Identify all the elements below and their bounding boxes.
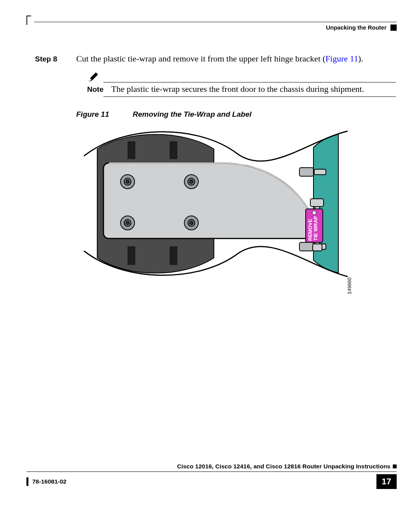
svg-point-11: [190, 180, 193, 183]
crop-mark: [26, 16, 31, 25]
running-header: Unpacking the Router: [326, 24, 397, 31]
note-block: Note The plastic tie-wrap secures the fr…: [76, 72, 396, 97]
header-marker-icon: [390, 25, 397, 31]
page-footer: Cisco 12016, Cisco 12416, and Cisco 1281…: [26, 463, 397, 489]
svg-point-17: [190, 221, 193, 224]
footer-bottom: 78-16081-02 17: [26, 474, 397, 489]
note-row: Note The plastic tie-wrap secures the fr…: [87, 82, 396, 96]
diagram-id: 149690: [346, 277, 352, 294]
svg-point-14: [126, 221, 129, 224]
note-rule-bottom: [103, 96, 396, 97]
pencil-icon: [87, 72, 99, 83]
svg-rect-18: [299, 168, 313, 176]
figure-caption: Figure 11 Removing the Tie-Wrap and Labe…: [76, 110, 396, 119]
svg-rect-19: [314, 169, 326, 175]
footer-rule: [26, 471, 397, 472]
doc-code: 78-16081-02: [32, 478, 66, 485]
step-text: Cut the plastic tie-wrap and remove it f…: [76, 53, 396, 65]
footer-title-row: Cisco 12016, Cisco 12416, and Cisco 1281…: [26, 463, 397, 470]
tie-wrap-diagram: REMOVE TIE WRAP: [82, 126, 350, 289]
page-number: 17: [376, 474, 397, 489]
step-8: Step 8 Cut the plastic tie-wrap and remo…: [35, 53, 396, 65]
svg-rect-2: [128, 141, 135, 159]
footer-marker-icon: [393, 464, 397, 468]
tag-tiewrap-text: TIE WRAP: [313, 216, 318, 241]
figure-cross-reference[interactable]: Figure 11: [326, 54, 358, 63]
svg-rect-3: [170, 141, 177, 159]
remove-tiewrap-tag: REMOVE TIE WRAP: [306, 209, 323, 242]
page-body: Step 8 Cut the plastic tie-wrap and remo…: [35, 53, 396, 289]
note-label: Note: [87, 84, 106, 94]
section-name: Unpacking the Router: [326, 24, 387, 31]
svg-point-8: [126, 180, 129, 183]
figure-title: Removing the Tie-Wrap and Label: [133, 110, 251, 118]
svg-rect-5: [170, 246, 177, 265]
figure-label: Figure 11: [76, 110, 131, 119]
svg-rect-24: [313, 244, 322, 251]
svg-rect-4: [128, 246, 135, 265]
svg-rect-20: [299, 242, 313, 251]
tag-remove-text: REMOVE: [307, 219, 313, 241]
header-rule: [34, 22, 397, 22]
footer-left: 78-16081-02: [26, 477, 66, 486]
svg-point-26: [312, 211, 316, 215]
note-text: The plastic tie-wrap secures the front d…: [111, 84, 396, 94]
step-text-part-a: Cut the plastic tie-wrap and remove it f…: [76, 54, 326, 63]
note-icon-row: [87, 72, 396, 83]
document-page: Unpacking the Router Step 8 Cut the plas…: [0, 0, 420, 510]
step-label: Step 8: [35, 53, 69, 65]
doc-title: Cisco 12016, Cisco 12416, and Cisco 1281…: [177, 463, 390, 470]
step-text-part-b: ).: [358, 54, 363, 63]
footer-bar-icon: [26, 477, 28, 486]
svg-rect-22: [310, 199, 324, 207]
figure-11: REMOVE TIE WRAP 149690: [82, 126, 350, 289]
